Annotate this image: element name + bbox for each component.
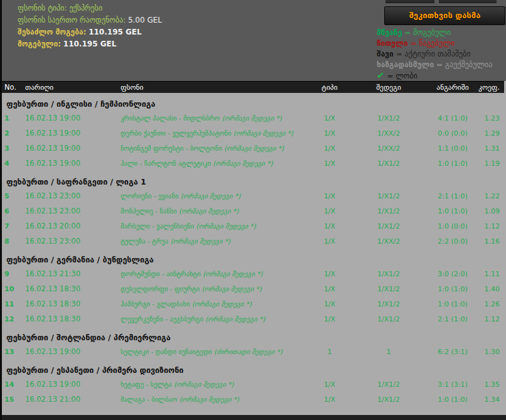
match-teams: ნოტინგემ ფორესტი - ბოლტონი [121, 144, 224, 152]
row-number: 13 [0, 348, 21, 356]
header-no: No. [0, 83, 21, 92]
row-number: 8 [0, 237, 21, 245]
row-score: 3:1 (3:1) [428, 380, 477, 389]
match-note: (ორმაგი შედეგი *) [205, 315, 265, 323]
legend-term: ხაზგადასმული [377, 60, 434, 69]
row-result: 1/X1/2 [349, 396, 428, 404]
legend-item: ხაზგადასმული = გაუქმებულია [377, 60, 492, 70]
bet-row: 1316.02.13 19:00სელტიკი - დანდი იუნაიტედ… [0, 344, 506, 359]
row-result: 1/X1/2 [349, 285, 428, 293]
row-type: 1/X [310, 192, 349, 200]
row-match: ჰამბურგი - გლადბახი (ორმაგი შედეგი *) [116, 300, 310, 308]
row-score: 1:1 (0:0) [428, 144, 477, 153]
bet-type-line: ფსონის ტიპი: ექსპრესი [18, 3, 162, 14]
bet-section: ფეხბურთი / საფრანგეთი / ლიგა 1516.02.13 … [0, 176, 506, 249]
bet-row: 316.02.13 19:00ნოტინგემ ფორესტი - ბოლტონ… [0, 141, 506, 156]
bet-row: 916.02.13 21:30დორტმუნდი - აინტრახტი (ორ… [0, 266, 506, 281]
row-result: 1/XX/2 [349, 129, 428, 137]
row-type: 1/X [310, 144, 349, 153]
cutoff-button-2[interactable] [439, 0, 497, 3]
row-coef: 1.23 [477, 114, 506, 122]
row-number: 11 [0, 300, 21, 308]
legend-desc: მოგებული [413, 28, 451, 37]
row-date: 16.02.13 19:00 [21, 380, 116, 389]
bottom-bar [0, 415, 506, 420]
legend-desc: გაუქმებულია [445, 60, 492, 69]
won-value: 110.195 GEL [63, 40, 117, 48]
won-line: მოგებული: 110.195 GEL [18, 38, 162, 50]
cutoff-button-1[interactable] [385, 0, 434, 3]
legend-desc: ლობი [396, 72, 417, 80]
row-number: 14 [0, 380, 21, 389]
row-date: 16.02.13 18:30 [21, 315, 116, 323]
legend-equals: = [394, 50, 405, 58]
row-score: 6:2 (3:1) [428, 348, 477, 356]
row-type: 1/X [310, 129, 349, 137]
row-type: 1/X [310, 207, 349, 215]
row-type: 1/X [310, 114, 349, 122]
bet-row: 816.02.13 23:00ტულუზა - ტრუა (ორმაგი შედ… [0, 234, 506, 249]
row-score: 1:0 (1:0) [428, 300, 477, 308]
row-date: 16.02.13 20:00 [21, 222, 116, 230]
legend-term: მწვანე [377, 28, 402, 37]
row-result: 1 [349, 348, 428, 356]
bet-row: 1416.02.13 19:00ხეტაფე - სელტა (ორმაგი შ… [0, 377, 506, 392]
bet-row: 716.02.13 20:00მარსელი - ვალენსიენი (ორმ… [0, 218, 506, 234]
section-title: ფეხბურთი / ინგლისი / ჩემპიონლიგა [0, 98, 506, 110]
row-coef: 1.22 [477, 192, 506, 200]
row-score: 1:0 (1:0) [428, 207, 477, 215]
bet-row: 416.02.13 19:00ჰალი - ჩარლტონ ატლეტიკი (… [0, 156, 506, 171]
row-match: ნოტინგემ ფორესტი - ბოლტონი (ორმაგი შედეგ… [116, 144, 310, 153]
legend-term: შავი [377, 50, 394, 58]
bet-row: 616.02.13 23:00მონპელიე - ნანსი (ორმაგი … [0, 203, 506, 218]
header-result: შედეგი [349, 83, 428, 92]
legend-item: წითელი = წაგებული [377, 38, 492, 49]
section-title: ფეხბურთი / გერმანია / ბუნდესლიგა [0, 254, 506, 266]
bet-section: ფეხბურთი / ინგლისი / ჩემპიონლიგა116.02.1… [0, 98, 506, 171]
row-match: დერბი ქაუნთი - ვულვერჰემპატონი (ორმაგი შ… [116, 129, 310, 137]
row-type: 1 [310, 348, 349, 356]
row-coef: 1.29 [477, 129, 506, 137]
match-note: (ორმაგი შედეგი *) [170, 237, 230, 245]
bet-row: 1116.02.13 18:30ჰამბურგი - გლადბახი (ორმ… [0, 296, 506, 311]
bet-total-line: ფსონის საერთო რაოდენობა: 5.00 GEL [18, 14, 162, 26]
match-teams: ჰალი - ჩარლტონ ატლეტიკი [121, 159, 213, 167]
match-note: (ორმაგი შედეგი *) [181, 192, 240, 200]
row-date: 16.02.13 18:30 [21, 284, 116, 293]
match-teams: ლორიენი - ევიანი [121, 192, 181, 200]
row-number: 15 [0, 396, 21, 404]
row-match: ჰალი - ჩარლტონ ატლეტიკი (ორმაგი შედეგი *… [116, 159, 310, 168]
match-note: (ორმაგი შედეგი *) [180, 396, 239, 403]
match-teams: მარსელი - ვალენსიენი [121, 222, 196, 230]
bet-row: 1216.02.13 18:30ლევერკუზენი - აუგსბურგი … [0, 311, 506, 326]
row-number: 7 [0, 222, 21, 230]
header-bet: ფსონი [116, 83, 310, 92]
row-score: 2:2 (0:0) [428, 237, 477, 245]
legend-item: ✔ = ლობი [377, 70, 492, 81]
row-type: 1/X [310, 237, 349, 245]
legend-item: შავი = აქტიური თამაშები [377, 49, 492, 60]
row-match: კრისტალ პალასი - მიდლსბრო (ორმაგი შედეგი… [116, 114, 310, 122]
row-score: 1:0 (1:0) [428, 285, 477, 293]
match-note: (ორმაგი შედეგი *) [222, 114, 281, 122]
row-score: 2:1 (1:0) [428, 315, 477, 323]
left-border [0, 0, 2, 420]
row-coef: 1.09 [477, 207, 506, 215]
row-coef: 1.11 [477, 270, 506, 278]
bet-table-sections: ფეხბურთი / ინგლისი / ჩემპიონლიგა116.02.1… [0, 93, 506, 407]
ask-question-button[interactable]: შეკითხვის დასმა [384, 6, 505, 25]
row-type: 1/X [310, 159, 349, 168]
match-note: (ორმაგი შედეგი *) [234, 129, 293, 137]
bet-row: 1016.02.13 18:30დუსელდორფი - ფიურტი (ორმ… [0, 281, 506, 296]
row-result: 1/X1/2 [349, 270, 428, 278]
row-type: 1/X [310, 270, 349, 278]
bet-row: 1516.02.13 21:00მალაგა - ბილბაო (ორმაგი … [0, 392, 506, 407]
row-match: ლორიენი - ევიანი (ორმაგი შედეგი *) [116, 192, 310, 200]
header-date: თარიღი [21, 83, 116, 92]
header-coef: კოეფ. [477, 83, 506, 92]
row-result: 1/X1/2 [349, 300, 428, 308]
row-type: 1/X [310, 380, 349, 389]
row-result: 1/X1/2 [349, 207, 428, 215]
check-icon: ✔ [377, 70, 385, 81]
bet-total-value: 5.00 GEL [128, 16, 162, 24]
